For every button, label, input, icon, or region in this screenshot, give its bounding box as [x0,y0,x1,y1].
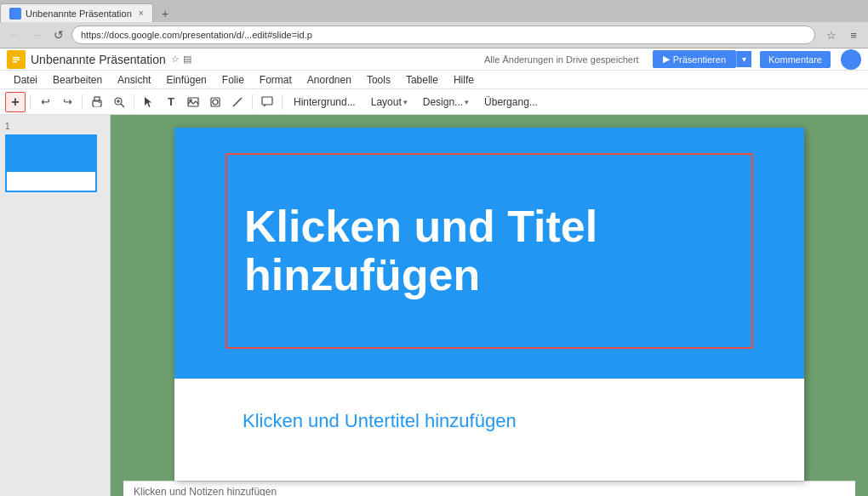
add-slide-btn[interactable]: + [5,92,26,112]
back-btn[interactable]: ← [5,26,24,44]
present-btn[interactable]: ▶ Präsentieren [653,50,736,68]
app-logo [7,50,26,69]
notes-bar[interactable]: Klicken und Notizen hinzufügen [123,481,855,496]
menu-folie[interactable]: Folie [215,72,251,88]
toolbar-sep-3 [134,94,134,110]
browser-chrome: Unbenannte Präsentation × + ← → ↺ https:… [0,0,868,48]
notes-placeholder: Klicken und Notizen hinzufügen [134,486,277,497]
slide-thumbnail[interactable] [5,134,97,192]
layout-arrow: ▾ [403,98,408,106]
slide-panel: 1 [0,115,111,496]
redo-btn[interactable]: ↪ [57,92,77,112]
print-btn[interactable] [87,92,107,112]
app-titlebar: Unbenannte Präsentation ☆ ▤ Alle Änderun… [0,48,868,71]
user-avatar[interactable] [841,49,861,70]
menu-einfuegen[interactable]: Einfügen [159,72,213,88]
slide-thumb-white-bar [7,172,95,191]
app-wrapper: Unbenannte Präsentation ☆ ▤ Alle Änderun… [0,48,868,496]
svg-rect-3 [13,61,17,63]
layout-label: Layout [371,96,402,108]
svg-line-9 [121,104,124,107]
toolbar-sep-4 [252,94,253,110]
canvas-area: Klicken und Titel hinzufügen Klicken und… [111,115,868,496]
line-btn[interactable] [227,92,248,112]
browser-menu-icon[interactable]: ≡ [844,26,863,44]
tab-title: Unbenannte Präsentation [26,9,132,19]
svg-rect-6 [94,104,100,106]
slide-number: 1 [5,122,105,131]
design-arrow: ▾ [465,98,469,106]
background-btn[interactable]: Hintergrund... [287,94,363,110]
zoom-btn[interactable] [109,92,129,112]
menu-datei[interactable]: Datei [7,72,44,88]
menu-bearbeiten[interactable]: Bearbeiten [46,72,109,88]
undo-btn[interactable]: ↩ [35,92,55,112]
title-icons: ☆ ▤ [171,54,191,65]
address-box[interactable]: https://docs.google.com/presentation/d/.… [71,26,815,44]
image-btn[interactable] [183,92,203,112]
new-tab-btn[interactable]: + [157,5,174,22]
tab-favicon [9,8,21,20]
toolbar-sep-1 [30,94,31,110]
menu-tools[interactable]: Tools [360,72,397,88]
menu-ansicht[interactable]: Ansicht [111,72,157,88]
refresh-btn[interactable]: ↺ [49,26,68,44]
menu-hilfe[interactable]: Hilfe [447,72,481,88]
svg-rect-17 [262,97,272,105]
toolbar-sep-5 [282,94,283,110]
active-tab[interactable]: Unbenannte Präsentation × [0,3,153,22]
slide-canvas[interactable]: Klicken und Titel hinzufügen Klicken und… [174,128,804,481]
background-label: Hintergrund... [294,96,356,108]
tab-bar: Unbenannte Präsentation × + [0,0,868,22]
drive-icon[interactable]: ▤ [183,54,191,65]
browser-right-icons: ☆ ≡ [822,26,863,44]
slide-title-box[interactable]: Klicken und Titel hinzufügen [226,153,753,349]
svg-point-15 [213,100,218,105]
design-btn[interactable]: Design... ▾ [416,94,476,110]
transition-label: Übergang... [484,96,538,108]
cursor-btn[interactable] [139,92,159,112]
tab-close-btn[interactable]: × [139,9,144,18]
svg-line-16 [233,98,242,106]
bookmark-icon[interactable]: ☆ [822,26,841,44]
svg-rect-1 [13,57,20,59]
textbox-btn[interactable]: T [161,92,181,112]
address-bar-row: ← → ↺ https://docs.google.com/presentati… [0,22,868,48]
slide-title-text[interactable]: Klicken und Titel hinzufügen [244,202,734,299]
present-dropdown-btn[interactable]: ▾ [736,51,751,67]
present-label: Präsentieren [673,54,726,65]
toolbar-sep-2 [82,94,83,110]
forward-btn[interactable]: → [27,26,46,44]
svg-point-7 [99,101,100,103]
menu-anordnen[interactable]: Anordnen [300,72,358,88]
shape-btn[interactable] [205,92,226,112]
app-title: Unbenannte Präsentation [31,53,166,66]
menu-format[interactable]: Format [253,72,299,88]
layout-btn[interactable]: Layout ▾ [364,94,414,110]
save-status: Alle Änderungen in Drive gespeichert [484,54,639,65]
toolbar: + ↩ ↪ T [0,89,868,115]
comment-btn[interactable] [257,92,277,112]
address-text: https://docs.google.com/presentation/d/.… [81,30,312,40]
star-icon[interactable]: ☆ [171,54,180,65]
menu-bar: Datei Bearbeiten Ansicht Einfügen Folie … [0,71,868,89]
main-area: 1 Klicken und Titel hinzufügen Klicken u… [0,115,868,496]
comments-btn[interactable]: Kommentare [760,51,831,68]
slide-subtitle-box[interactable]: Klicken und Untertitel hinzufügen [226,387,753,455]
slide-subtitle-text[interactable]: Klicken und Untertitel hinzufügen [243,410,517,432]
transition-btn[interactable]: Übergang... [477,94,545,110]
svg-rect-2 [13,59,20,60]
present-icon: ▶ [663,54,670,65]
design-label: Design... [423,96,463,108]
menu-tabelle[interactable]: Tabelle [399,72,445,88]
